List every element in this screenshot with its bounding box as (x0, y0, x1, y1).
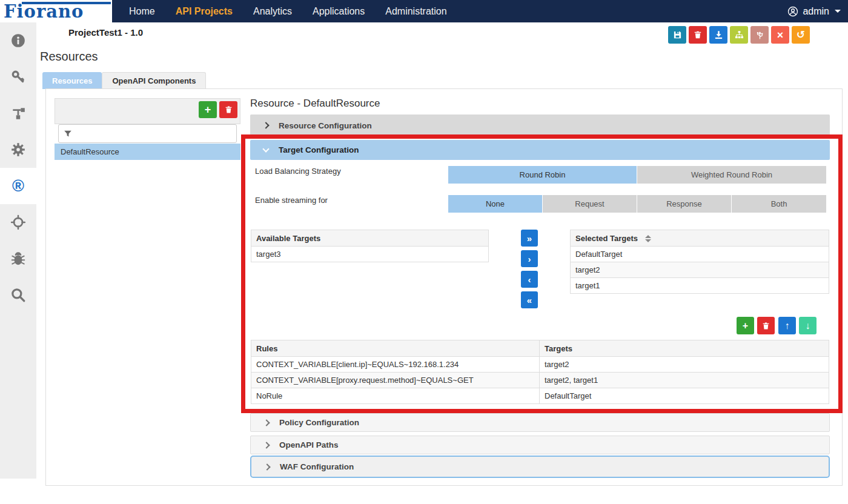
streaming-label: Enable streaming for (255, 196, 328, 205)
trash-icon (762, 322, 770, 330)
top-navbar: Fiorano Home API Projects Analytics Appl… (0, 0, 848, 22)
tab-resources[interactable]: Resources (42, 72, 102, 89)
chevron-right-icon (263, 463, 270, 470)
nav-item-api-projects[interactable]: API Projects (165, 6, 243, 17)
sidebar-item-search[interactable] (0, 277, 36, 313)
sidebar-item-security[interactable] (0, 59, 36, 95)
close-icon: × (777, 30, 784, 41)
key-icon (10, 69, 26, 85)
toggle-streaming-response[interactable]: Response (637, 195, 731, 213)
nav-item-analytics[interactable]: Analytics (243, 6, 302, 17)
search-icon (10, 287, 26, 303)
sort-icon[interactable] (645, 235, 651, 242)
nav-item-applications[interactable]: Applications (302, 6, 375, 17)
gear-icon (10, 142, 26, 158)
table-row[interactable]: target3 (251, 247, 489, 262)
brand-logo[interactable]: Fiorano (0, 0, 112, 23)
tab-openapi-components[interactable]: OpenAPI Components (102, 72, 206, 89)
info-icon (10, 33, 26, 48)
table-row[interactable]: CONTEXT_VARIABLE[proxy.request.method]~E… (251, 373, 829, 388)
delete-button[interactable] (689, 26, 707, 44)
resource-filter-input[interactable] (76, 125, 236, 142)
delete-resource-button[interactable] (219, 101, 237, 118)
add-resource-button[interactable]: + (199, 101, 217, 118)
undo-button[interactable]: ↺ (792, 26, 810, 44)
project-toolbar: × ↺ (668, 26, 810, 44)
plus-icon: + (205, 104, 211, 116)
sidebar-item-info[interactable] (0, 22, 36, 59)
sidebar-item-topology[interactable] (0, 95, 36, 131)
move-all-left-button[interactable]: « (521, 291, 538, 308)
accordion-openapi-paths[interactable]: OpenAPI Paths (250, 436, 830, 454)
table-row[interactable]: CONTEXT_VARIABLE[client.ip]~EQUALS~192.1… (251, 357, 829, 373)
move-right-button[interactable]: › (521, 250, 538, 267)
table-row[interactable]: NoRule DefaultTarget (251, 388, 829, 404)
resource-list-item-defaultresource[interactable]: DefaultResource (55, 144, 240, 160)
page-title: Resources (40, 50, 98, 64)
plus-icon: + (743, 320, 748, 331)
selected-targets-table: Selected Targets DefaultTarget target2 t… (570, 230, 829, 294)
add-rule-button[interactable]: + (737, 317, 754, 334)
move-all-right-button[interactable]: » (521, 230, 538, 247)
toggle-streaming-request[interactable]: Request (542, 195, 637, 213)
toggle-weighted-round-robin[interactable]: Weighted Round Robin (637, 166, 826, 184)
trash-icon (225, 105, 233, 114)
resource-filter-box (58, 124, 237, 143)
arrow-up-icon: ↑ (785, 320, 790, 331)
table-row[interactable]: target2 (571, 262, 829, 278)
save-button[interactable] (668, 26, 686, 44)
sidebar-item-target[interactable] (0, 204, 36, 240)
sidebar-item-settings[interactable] (0, 131, 36, 168)
registered-r-icon: ® (12, 178, 24, 194)
nav-item-home[interactable]: Home (119, 6, 165, 17)
filter-funnel-icon (64, 130, 72, 138)
sitemap-icon (10, 105, 26, 121)
deploy-usb-button[interactable] (750, 26, 769, 44)
sidebar-item-resources[interactable]: ® (0, 168, 36, 204)
brand-logo-text: Fiorano (4, 1, 84, 22)
delete-rule-button[interactable] (757, 317, 775, 334)
table-row[interactable]: DefaultTarget (571, 247, 829, 262)
move-rule-down-button[interactable]: ↓ (799, 317, 817, 334)
toggle-streaming-none[interactable]: None (448, 195, 542, 213)
selected-targets-header: Selected Targets (571, 230, 829, 247)
available-targets-header: Available Targets (251, 230, 489, 247)
project-title: ProjectTest1 - 1.0 (68, 27, 143, 38)
move-rule-up-button[interactable]: ↑ (778, 317, 796, 334)
undo-icon: ↺ (797, 30, 805, 40)
accordion-target-configuration[interactable]: Target Configuration (250, 140, 830, 160)
chevron-right-icon (262, 122, 269, 128)
rules-table: Rules Targets CONTEXT_VARIABLE[client.ip… (251, 340, 829, 404)
download-button[interactable] (709, 26, 727, 44)
table-row[interactable]: target1 (571, 278, 829, 294)
targets-column-header: Targets (540, 340, 829, 357)
accordion-resource-configuration[interactable]: Resource Configuration (250, 114, 830, 136)
chevron-right-icon (263, 442, 270, 448)
rules-column-header: Rules (251, 340, 540, 357)
user-menu[interactable]: admin (787, 0, 841, 22)
toggle-streaming-both[interactable]: Both (731, 195, 826, 213)
chevron-down-icon (835, 10, 841, 13)
accordion-waf-configuration[interactable]: WAF Configuration (250, 456, 830, 478)
nav-menu: Home API Projects Analytics Applications… (119, 0, 457, 22)
crosshair-icon (10, 214, 26, 230)
user-icon (787, 6, 798, 17)
sidebar-item-debug[interactable] (0, 240, 36, 277)
icon-sidebar: ® (0, 22, 36, 479)
chevron-right-icon (263, 419, 270, 426)
bug-icon (10, 251, 26, 267)
resource-detail-title: Resource - DefaultResource (250, 98, 380, 110)
double-chevron-right-icon: » (527, 233, 532, 244)
resource-tabs: Resources OpenAPI Components (42, 72, 206, 89)
toggle-round-robin[interactable]: Round Robin (448, 166, 637, 184)
nav-item-administration[interactable]: Administration (375, 6, 457, 17)
double-chevron-left-icon: « (527, 295, 532, 305)
move-left-button[interactable]: ‹ (521, 271, 538, 288)
load-balancing-label: Load Balancing Strategy (255, 167, 341, 176)
sitemap-button[interactable] (730, 26, 748, 44)
close-button[interactable]: × (771, 26, 789, 44)
chevron-right-icon: › (528, 254, 531, 264)
available-targets-table: Available Targets target3 (251, 230, 489, 262)
streaming-toggle: None Request Response Both (448, 195, 826, 213)
accordion-policy-configuration[interactable]: Policy Configuration (250, 413, 830, 432)
